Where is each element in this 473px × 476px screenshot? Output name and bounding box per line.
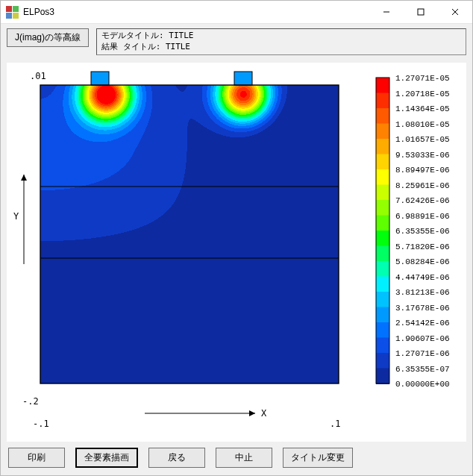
titlebar: ELPos3 [1,1,472,24]
top-toolbar: J(imag)の等高線 モデルタイトル: TITLE 結果 タイトル: TITL… [1,24,472,60]
bottom-toolbar: 印刷 全要素描画 戻る 中止 タイトル変更 [1,442,472,475]
title-change-button[interactable]: タイトル変更 [283,448,353,468]
result-title-line: 結果 タイトル: TITLE [101,42,461,53]
model-info-box: モデルタイトル: TITLE 結果 タイトル: TITLE [96,28,466,55]
window-title: ELPos3 [23,7,369,17]
app-icon [5,5,19,19]
window: ELPos3 J(imag)の等高線 モデルタイトル: TITLE 結果 タイト… [0,0,473,476]
draw-all-button[interactable]: 全要素描画 [75,448,138,468]
back-button[interactable]: 戻る [148,448,205,468]
minimize-button[interactable] [369,1,404,23]
print-button[interactable]: 印刷 [8,448,65,468]
stop-button[interactable]: 中止 [216,448,272,468]
maximize-button[interactable] [404,1,438,23]
close-button[interactable] [438,1,472,23]
model-title-line: モデルタイトル: TITLE [101,31,461,42]
contour-canvas [7,63,463,442]
svg-rect-1 [418,9,424,15]
plot-area [7,63,466,442]
contour-button[interactable]: J(imag)の等高線 [7,28,89,47]
